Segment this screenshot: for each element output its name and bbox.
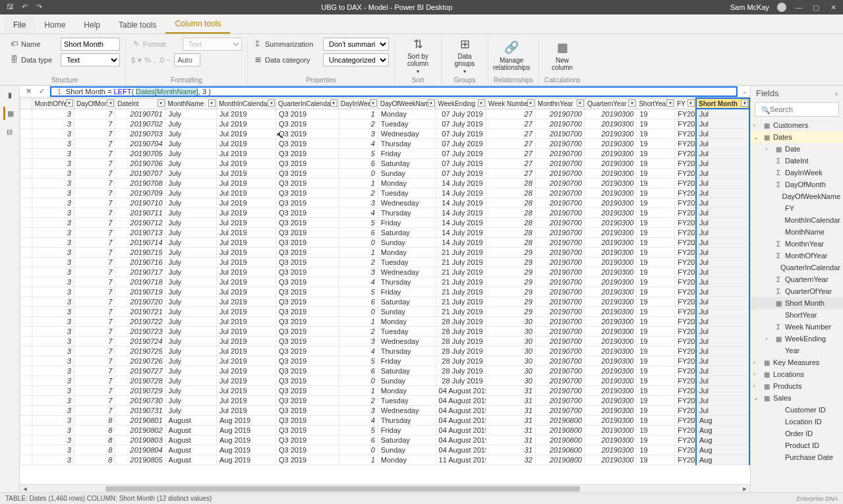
cell[interactable]: 3 bbox=[32, 149, 74, 159]
cell[interactable]: 19 bbox=[637, 169, 675, 179]
cell[interactable]: 20190700 bbox=[535, 258, 585, 267]
cell[interactable]: 20190712 bbox=[115, 218, 165, 228]
cell[interactable]: July bbox=[165, 159, 216, 169]
cell[interactable]: 21 July 2019 bbox=[436, 297, 486, 307]
cell[interactable]: July bbox=[165, 277, 216, 287]
cell[interactable]: August bbox=[165, 445, 216, 455]
cell[interactable]: Monday bbox=[378, 179, 436, 188]
tab-help[interactable]: Help bbox=[74, 16, 109, 34]
cell[interactable]: 1 bbox=[338, 248, 378, 258]
cell[interactable]: 7 bbox=[74, 119, 115, 129]
cell[interactable]: Saturday bbox=[378, 159, 436, 169]
cell[interactable]: 20190723 bbox=[115, 327, 165, 337]
cell[interactable]: 20190800 bbox=[535, 435, 585, 445]
cell[interactable]: 3 bbox=[32, 366, 74, 376]
cell[interactable]: Q3 2019 bbox=[276, 139, 339, 149]
cell[interactable]: 3 bbox=[32, 386, 74, 396]
cell[interactable]: 3 bbox=[32, 258, 74, 267]
cell[interactable]: Jul bbox=[696, 277, 749, 287]
redo-icon[interactable]: ↷ bbox=[34, 3, 44, 12]
cell[interactable]: 20190700 bbox=[535, 159, 585, 169]
avatar-icon[interactable] bbox=[777, 3, 786, 12]
cell[interactable]: Jul bbox=[696, 208, 749, 218]
cell[interactable]: 19 bbox=[637, 396, 675, 406]
col-header-miy[interactable]: MonthnYear▾ bbox=[535, 98, 585, 109]
cell[interactable]: Jul 2019 bbox=[216, 109, 276, 119]
table-row[interactable]: 3720190716JulyJul 2019Q3 20192Tuesday21 … bbox=[20, 258, 750, 267]
cell[interactable]: Q3 2019 bbox=[276, 238, 339, 248]
cell[interactable]: 3 bbox=[32, 396, 74, 406]
cell[interactable]: 20190700 bbox=[535, 228, 585, 238]
cell[interactable]: 20190300 bbox=[585, 386, 637, 396]
col-header-moy[interactable]: MonthOfYear▾ bbox=[32, 98, 74, 109]
cell[interactable]: 19 bbox=[637, 149, 675, 159]
cell[interactable]: 31 bbox=[486, 386, 535, 396]
cell[interactable]: July bbox=[165, 139, 216, 149]
cell[interactable]: 5 bbox=[338, 149, 378, 159]
cell[interactable]: 2 bbox=[338, 119, 378, 129]
cell[interactable]: FY20 bbox=[675, 386, 696, 396]
cell[interactable]: FY20 bbox=[675, 317, 696, 327]
table-row[interactable]: 3720190720JulyJul 2019Q3 20196Saturday21… bbox=[20, 297, 750, 307]
cell[interactable]: July bbox=[165, 287, 216, 297]
fields-table-customers[interactable]: Customers bbox=[751, 119, 843, 131]
cell[interactable]: Q3 2019 bbox=[276, 455, 339, 465]
cell[interactable]: 20190803 bbox=[115, 435, 165, 445]
cell[interactable]: FY20 bbox=[675, 267, 696, 277]
col-header-qiy[interactable]: QuarternYear▾ bbox=[585, 98, 637, 109]
cell[interactable]: Q3 2019 bbox=[276, 248, 339, 258]
cell[interactable]: 5 bbox=[338, 356, 378, 366]
cell[interactable]: 7 bbox=[74, 396, 115, 406]
cancel-formula-button[interactable]: ✕ bbox=[24, 87, 33, 96]
cell[interactable]: 20190300 bbox=[585, 188, 637, 198]
cell[interactable]: Jul 2019 bbox=[216, 376, 276, 386]
tab-table-tools[interactable]: Table tools bbox=[109, 16, 165, 34]
cell[interactable]: Jul bbox=[696, 297, 749, 307]
cell[interactable]: 19 bbox=[637, 426, 675, 435]
cell[interactable]: Jul 2019 bbox=[216, 396, 276, 406]
col-filter-miy[interactable]: ▾ bbox=[577, 99, 584, 107]
cell[interactable]: 3 bbox=[32, 198, 74, 208]
cell[interactable]: FY20 bbox=[675, 347, 696, 356]
cell[interactable]: Tuesday bbox=[378, 119, 436, 129]
cell[interactable]: Monday bbox=[378, 109, 436, 119]
table-row[interactable]: 3720190715JulyJul 2019Q3 20191Monday21 J… bbox=[20, 248, 750, 258]
cell[interactable]: 20190701 bbox=[115, 109, 165, 119]
table-row[interactable]: 3720190722JulyJul 2019Q3 20191Monday28 J… bbox=[20, 317, 750, 327]
collapse-fields-icon[interactable]: › bbox=[835, 88, 838, 98]
cell[interactable]: 0 bbox=[338, 169, 378, 179]
cell[interactable]: July bbox=[165, 347, 216, 356]
cell[interactable]: 3 bbox=[32, 426, 74, 435]
cell[interactable]: 6 bbox=[338, 435, 378, 445]
table-row[interactable]: 3720190726JulyJul 2019Q3 20195Friday28 J… bbox=[20, 356, 750, 366]
col-filter-mname[interactable]: ▾ bbox=[208, 99, 216, 107]
cell[interactable]: Jul bbox=[696, 188, 749, 198]
save-icon[interactable]: 🖫 bbox=[5, 3, 15, 12]
col-header-sm[interactable]: Short Month▾ bbox=[696, 98, 749, 109]
cell[interactable]: Jul 2019 bbox=[216, 267, 276, 277]
cell[interactable]: Q3 2019 bbox=[276, 386, 339, 396]
cell[interactable]: Jul 2019 bbox=[216, 337, 276, 347]
col-filter-fy[interactable]: ▾ bbox=[687, 99, 695, 107]
cell[interactable]: 7 bbox=[74, 109, 115, 119]
cell[interactable]: 20190730 bbox=[115, 396, 165, 406]
cell[interactable]: July bbox=[165, 188, 216, 198]
cell[interactable]: 3 bbox=[32, 188, 74, 198]
cell[interactable]: 2 bbox=[338, 327, 378, 337]
cell[interactable]: 19 bbox=[637, 277, 675, 287]
cell[interactable]: 0 bbox=[338, 238, 378, 248]
cell[interactable]: 3 bbox=[32, 218, 74, 228]
cell[interactable]: 7 bbox=[74, 218, 115, 228]
cell[interactable]: July bbox=[165, 337, 216, 347]
cell[interactable]: July bbox=[165, 297, 216, 307]
cell[interactable]: 19 bbox=[637, 267, 675, 277]
table-row[interactable]: 3720190709JulyJul 2019Q3 20192Tuesday14 … bbox=[20, 188, 750, 198]
table-row[interactable]: 3720190724JulyJul 2019Q3 20193Wednesday2… bbox=[20, 337, 750, 347]
cell[interactable]: 21 July 2019 bbox=[436, 277, 486, 287]
cell[interactable]: FY20 bbox=[675, 258, 696, 267]
cell[interactable]: 3 bbox=[338, 337, 378, 347]
cell[interactable]: 3 bbox=[32, 347, 74, 356]
cell[interactable]: 20190300 bbox=[585, 149, 637, 159]
cell[interactable]: 20190700 bbox=[535, 307, 585, 317]
cell[interactable]: July bbox=[165, 169, 216, 179]
